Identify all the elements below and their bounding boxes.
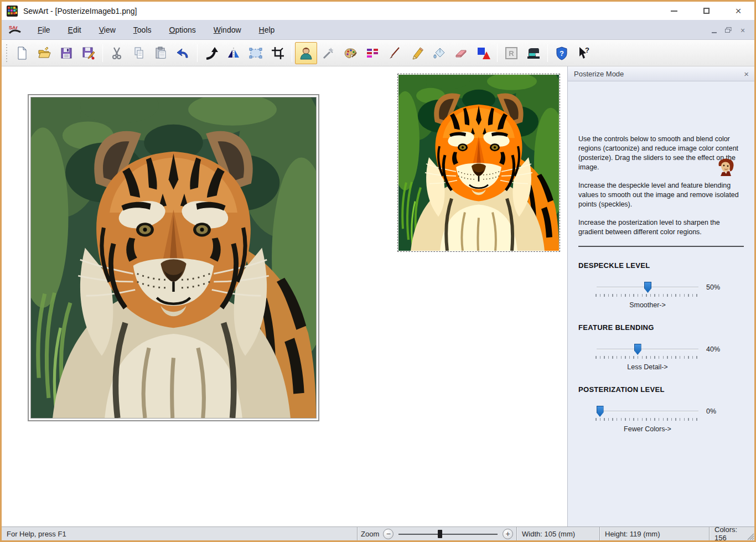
magic-wand-button[interactable] xyxy=(317,42,339,64)
status-help-text: For Help, press F1 xyxy=(2,527,357,540)
status-colors: Colors: 156 xyxy=(709,527,745,540)
paste-icon xyxy=(154,46,168,60)
title-bar: SewArt - [PosterizeImageb1.png] × xyxy=(2,2,754,20)
zoom-out-button[interactable]: − xyxy=(383,529,393,539)
pencil-button[interactable] xyxy=(406,42,428,64)
panel-close-button[interactable]: × xyxy=(744,70,749,78)
rotate-icon xyxy=(204,46,219,60)
eraser-icon xyxy=(454,46,468,60)
svg-text:SAr: SAr xyxy=(9,25,18,30)
undo-button[interactable] xyxy=(172,42,194,64)
maximize-button[interactable] xyxy=(690,2,722,20)
despeckle-value: 50% xyxy=(706,283,720,291)
menu-edit[interactable]: Edit xyxy=(66,24,83,35)
zoom-slider-thumb[interactable] xyxy=(438,530,442,538)
cut-button[interactable] xyxy=(106,42,128,64)
document-icon: SAr xyxy=(8,24,22,35)
resize-grip-icon xyxy=(747,533,754,540)
blending-slider[interactable] xyxy=(597,344,698,358)
posterize-person-icon xyxy=(299,46,313,60)
eraser-button[interactable] xyxy=(450,42,472,64)
posterize-panel: Posterize Mode × Use the controls below … xyxy=(567,66,754,526)
original-tiger-image xyxy=(398,75,559,251)
shapes-button[interactable] xyxy=(472,42,494,64)
color-list-icon xyxy=(365,46,380,60)
menu-view[interactable]: View xyxy=(97,24,117,35)
zoom-slider[interactable] xyxy=(397,529,499,539)
toolbar-grip[interactable] xyxy=(5,44,8,62)
stitch-button[interactable] xyxy=(522,42,545,64)
blending-hint: Less Detail-> xyxy=(597,363,698,371)
posterization-value: 0% xyxy=(706,407,716,415)
despeckle-hint: Smoother-> xyxy=(597,301,698,309)
posterized-image-frame xyxy=(28,94,319,421)
mdi-minimize-button[interactable] xyxy=(710,27,718,33)
minimize-icon xyxy=(671,11,677,12)
open-button[interactable] xyxy=(33,42,55,64)
save-button[interactable] xyxy=(55,42,77,64)
resize-grip[interactable] xyxy=(745,527,754,540)
panel-posterize-text: Increase the posterization level to shar… xyxy=(578,218,745,237)
save-as-button[interactable] xyxy=(77,42,100,64)
palette-icon xyxy=(343,46,358,60)
despeckle-slider-thumb[interactable] xyxy=(644,282,651,293)
toolbar: R ? ? xyxy=(2,40,754,66)
shapes-icon xyxy=(476,46,490,60)
close-button[interactable]: × xyxy=(722,2,754,20)
despeckle-slider[interactable] xyxy=(597,282,698,296)
crop-button[interactable] xyxy=(267,42,289,64)
minimize-button[interactable] xyxy=(658,2,690,20)
original-image-selection[interactable] xyxy=(397,74,560,252)
menu-help[interactable]: Help xyxy=(257,24,277,35)
posterization-slider[interactable] xyxy=(597,406,698,420)
rotate-button[interactable] xyxy=(200,42,222,64)
fill-button[interactable] xyxy=(428,42,450,64)
panel-title: Posterize Mode xyxy=(574,70,624,78)
menu-file[interactable]: File xyxy=(36,24,52,35)
undo-icon xyxy=(176,46,190,60)
help-shield-icon: ? xyxy=(555,46,569,60)
flip-icon xyxy=(226,46,241,60)
blending-label: FEATURE BLENDING xyxy=(578,323,744,332)
status-width: Width: 105 (mm) xyxy=(516,527,599,540)
posterization-hint: Fewer Colors-> xyxy=(597,425,698,433)
copy-button[interactable] xyxy=(128,42,150,64)
paste-button[interactable] xyxy=(150,42,172,64)
flip-button[interactable] xyxy=(222,42,245,64)
panel-header: Posterize Mode × xyxy=(568,66,754,81)
save-icon xyxy=(59,46,74,60)
window-title: SewArt - [PosterizeImageb1.png] xyxy=(23,7,137,16)
mdi-close-button[interactable]: × xyxy=(739,27,747,33)
crop-icon xyxy=(271,46,285,60)
menu-window[interactable]: Window xyxy=(212,24,243,35)
new-file-icon xyxy=(15,46,29,60)
menu-options[interactable]: Options xyxy=(168,24,198,35)
mdi-restore-button[interactable] xyxy=(724,27,732,33)
status-bar: For Help, press F1 Zoom − + Width: 105 (… xyxy=(2,526,754,540)
toolbar-separator xyxy=(292,44,292,62)
status-zoom-segment: Zoom − + xyxy=(357,527,516,540)
color-list-button[interactable] xyxy=(361,42,384,64)
svg-text:?: ? xyxy=(585,46,589,54)
menu-tools[interactable]: Tools xyxy=(132,24,153,35)
context-help-button[interactable]: ? xyxy=(573,42,595,64)
zoom-slider-track[interactable] xyxy=(398,534,498,535)
redwork-button[interactable]: R xyxy=(500,42,522,64)
blending-slider-thumb[interactable] xyxy=(634,344,641,355)
copy-icon xyxy=(132,46,146,60)
posterization-label: POSTERIZATION LEVEL xyxy=(578,385,744,394)
new-button[interactable] xyxy=(11,42,33,64)
reduce-colors-button[interactable] xyxy=(339,42,361,64)
context-help-icon: ? xyxy=(577,46,591,60)
posterization-slider-thumb[interactable] xyxy=(597,406,604,417)
zoom-in-button[interactable]: + xyxy=(503,529,513,539)
slider-track[interactable] xyxy=(597,411,698,412)
zoom-label: Zoom xyxy=(361,530,379,538)
draw-line-button[interactable] xyxy=(384,42,406,64)
posterized-tiger-image[interactable] xyxy=(30,97,317,419)
posterize-button[interactable] xyxy=(295,42,317,64)
slider-track[interactable] xyxy=(597,349,698,350)
select-button[interactable] xyxy=(245,42,267,64)
help-button[interactable]: ? xyxy=(551,42,573,64)
select-icon xyxy=(248,46,263,60)
